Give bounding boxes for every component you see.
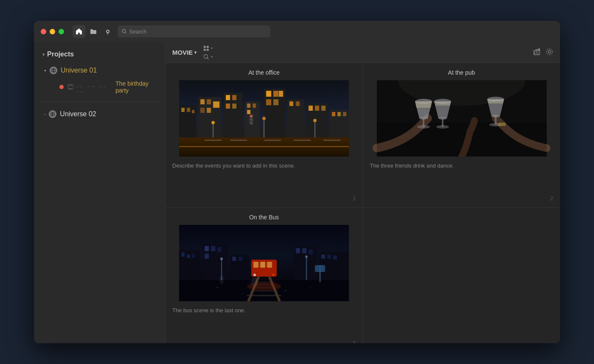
svg-point-3 bbox=[122, 29, 126, 33]
svg-rect-34 bbox=[207, 99, 211, 104]
right-actions bbox=[533, 48, 553, 57]
card-at-the-pub[interactable]: At the pub bbox=[363, 63, 560, 207]
svg-point-1 bbox=[107, 31, 109, 32]
movie-dropdown[interactable]: MOVIE ▾ bbox=[172, 49, 196, 56]
svg-rect-46 bbox=[247, 110, 250, 114]
card-1-description: Describe the events you want to add in t… bbox=[165, 157, 363, 192]
film-icon bbox=[68, 84, 73, 90]
universe-01-label: Universe 01 bbox=[61, 67, 97, 74]
recording-dot bbox=[59, 85, 64, 89]
folder-icon[interactable] bbox=[87, 25, 100, 38]
svg-point-146 bbox=[310, 287, 311, 288]
projects-chevron: ▾ bbox=[42, 52, 45, 57]
card-3-number: 3 bbox=[165, 336, 363, 343]
svg-rect-31 bbox=[192, 110, 194, 113]
svg-rect-20 bbox=[204, 49, 206, 51]
city-scene-svg bbox=[170, 80, 359, 157]
titlebar bbox=[34, 21, 560, 42]
svg-point-79 bbox=[250, 118, 252, 121]
pub-scene-svg bbox=[367, 80, 556, 157]
card-1-image bbox=[170, 80, 359, 157]
movie-chevron-icon: ▾ bbox=[194, 50, 196, 55]
universe-02-item[interactable]: › Universe 02 bbox=[37, 107, 162, 121]
svg-rect-58 bbox=[315, 106, 319, 111]
card-empty bbox=[363, 208, 560, 343]
minimize-button[interactable] bbox=[50, 29, 55, 34]
svg-rect-13 bbox=[70, 88, 71, 89]
movie-label-text: MOVIE bbox=[172, 49, 193, 56]
svg-rect-62 bbox=[337, 112, 341, 116]
card-2-title: At the pub bbox=[363, 63, 560, 80]
svg-point-74 bbox=[262, 117, 266, 120]
svg-rect-68 bbox=[264, 140, 281, 141]
scene-dashes: __ __ __ __ bbox=[76, 82, 111, 92]
view-toggle[interactable]: ▾ bbox=[203, 45, 213, 51]
svg-rect-59 bbox=[321, 106, 325, 111]
birthday-party-item[interactable]: __ __ __ __ The birthday party bbox=[37, 78, 162, 96]
svg-point-76 bbox=[313, 119, 317, 122]
svg-rect-52 bbox=[273, 99, 278, 105]
settings-icon[interactable] bbox=[546, 48, 553, 57]
share-icon[interactable] bbox=[533, 48, 541, 57]
card-on-the-bus[interactable]: On the Bus bbox=[165, 208, 363, 343]
svg-rect-67 bbox=[230, 140, 247, 141]
projects-section: ▾ Projects bbox=[34, 49, 165, 63]
svg-rect-12 bbox=[69, 88, 70, 89]
svg-rect-30 bbox=[187, 108, 190, 112]
svg-rect-51 bbox=[266, 99, 271, 105]
svg-rect-9 bbox=[69, 85, 70, 86]
svg-point-143 bbox=[217, 287, 218, 288]
card-2-number: 2 bbox=[363, 192, 560, 207]
svg-rect-35 bbox=[200, 108, 205, 113]
search-bar[interactable] bbox=[118, 25, 270, 37]
universe-01-globe-icon bbox=[50, 67, 57, 74]
sub-item-icons: __ __ __ __ bbox=[68, 82, 111, 92]
svg-rect-54 bbox=[289, 101, 293, 106]
svg-rect-63 bbox=[343, 112, 346, 116]
home-icon[interactable] bbox=[73, 25, 85, 38]
svg-rect-21 bbox=[207, 49, 209, 51]
svg-point-145 bbox=[285, 290, 286, 291]
svg-rect-69 bbox=[294, 140, 311, 141]
svg-point-78 bbox=[250, 115, 252, 118]
svg-line-23 bbox=[207, 58, 209, 59]
svg-rect-10 bbox=[70, 85, 71, 86]
svg-rect-45 bbox=[252, 104, 256, 108]
svg-rect-142 bbox=[179, 225, 349, 301]
svg-rect-61 bbox=[332, 112, 335, 116]
app-window: ▾ Projects ▾ Universe 01 bbox=[34, 21, 560, 343]
svg-rect-65 bbox=[179, 146, 349, 147]
traffic-lights bbox=[41, 29, 64, 34]
search-chevron: ▾ bbox=[211, 54, 213, 59]
svg-point-25 bbox=[548, 50, 551, 53]
svg-rect-19 bbox=[207, 46, 209, 48]
card-3-image bbox=[170, 225, 359, 301]
svg-rect-36 bbox=[207, 108, 211, 113]
universe-01-item[interactable]: ▾ Universe 01 bbox=[37, 63, 162, 78]
search-input[interactable] bbox=[129, 28, 266, 35]
right-header-left: MOVIE ▾ ▾ bbox=[172, 45, 213, 60]
card-at-the-office[interactable]: At the office bbox=[165, 63, 363, 207]
birthday-party-label: The birthday party bbox=[115, 80, 155, 94]
close-button[interactable] bbox=[41, 29, 46, 34]
svg-rect-50 bbox=[279, 91, 283, 97]
svg-line-4 bbox=[125, 32, 126, 33]
card-1-title: At the office bbox=[165, 63, 363, 80]
svg-rect-11 bbox=[71, 85, 72, 86]
svg-point-22 bbox=[204, 54, 208, 58]
svg-rect-49 bbox=[273, 91, 278, 97]
grid-icon bbox=[203, 45, 209, 51]
svg-point-72 bbox=[211, 121, 215, 124]
maximize-button[interactable] bbox=[59, 29, 64, 34]
sidebar: ▾ Projects ▾ Universe 01 bbox=[34, 42, 165, 343]
universe-02-label: Universe 02 bbox=[60, 110, 96, 118]
svg-rect-14 bbox=[71, 88, 72, 89]
pin-icon[interactable] bbox=[101, 25, 114, 38]
svg-rect-18 bbox=[204, 46, 206, 48]
right-panel: MOVIE ▾ ▾ bbox=[165, 42, 560, 343]
svg-point-80 bbox=[250, 122, 252, 124]
search-toggle[interactable]: ▾ bbox=[203, 54, 213, 60]
svg-point-144 bbox=[242, 293, 243, 294]
card-2-description: The three friends drink and dance. bbox=[363, 157, 560, 192]
svg-rect-44 bbox=[247, 104, 250, 108]
